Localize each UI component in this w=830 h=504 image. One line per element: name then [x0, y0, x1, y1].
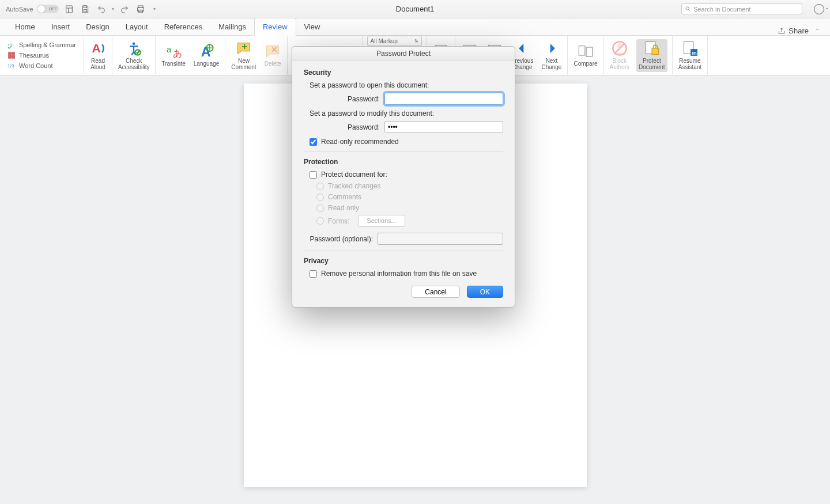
search-input[interactable]: Search in Document	[681, 3, 802, 14]
save-icon[interactable]	[80, 3, 91, 15]
share-icon	[778, 27, 786, 35]
svg-text:A: A	[92, 41, 101, 55]
svg-rect-3	[84, 6, 86, 7]
remove-personal-checkbox[interactable]	[310, 270, 317, 278]
titlebar: AutoSave ▾ ▾ Document1 Search in Documen…	[0, 0, 830, 18]
undo-icon[interactable]	[96, 3, 107, 15]
protect-document-button[interactable]: Protect Document	[636, 39, 667, 72]
dialog-title: Password Protect	[292, 47, 515, 60]
forms-radio	[316, 217, 324, 225]
share-label: Share	[788, 26, 809, 35]
cancel-button[interactable]: Cancel	[412, 286, 459, 298]
protect-for-checkbox[interactable]	[310, 171, 317, 179]
comment-x-icon: ✕	[265, 43, 281, 59]
language-button[interactable]: ALanguage	[193, 43, 221, 67]
autosave-toggle[interactable]	[37, 5, 59, 13]
tab-references[interactable]: References	[156, 18, 210, 35]
privacy-heading: Privacy	[304, 257, 503, 265]
password-label-2: Password:	[304, 123, 380, 131]
comment-plus-icon: +	[236, 40, 252, 56]
compare-icon	[578, 43, 594, 59]
readonly-label: Read-only recommended	[321, 138, 399, 146]
new-comment-button[interactable]: +New Comment	[230, 40, 257, 71]
thesaurus-button[interactable]: Thesaurus	[6, 51, 78, 60]
svg-rect-32	[652, 48, 659, 55]
svg-rect-4	[84, 9, 86, 12]
next-icon	[544, 40, 560, 56]
tracked-radio-row: Tracked changes	[316, 182, 503, 190]
tracked-radio	[316, 183, 324, 190]
svg-text:123: 123	[7, 64, 14, 68]
share-button[interactable]: Share ⌃	[778, 26, 820, 35]
svg-rect-27	[586, 47, 592, 56]
svg-text:in: in	[692, 50, 697, 55]
forms-radio-row: Forms:Sections...	[316, 215, 503, 227]
divider	[304, 251, 503, 251]
chevron-up-icon[interactable]: ⌃	[815, 28, 820, 34]
svg-text:+: +	[242, 41, 247, 51]
password-protect-dialog: Password Protect Security Set a password…	[292, 46, 515, 308]
translate-button[interactable]: aあTranslate	[160, 43, 186, 67]
next-change-button[interactable]: Next Change	[540, 40, 563, 71]
autosave-group: AutoSave	[6, 5, 59, 13]
tab-mailings[interactable]: Mailings	[210, 18, 254, 35]
svg-text:あ: あ	[173, 48, 182, 59]
divider	[304, 151, 503, 152]
svg-text:a: a	[167, 46, 171, 55]
tab-review[interactable]: Review	[254, 18, 296, 36]
template-icon[interactable]	[63, 3, 75, 15]
svg-line-9	[689, 10, 691, 12]
wordcount-button[interactable]: 123Word Count	[6, 61, 78, 70]
block-icon	[612, 40, 628, 56]
ok-button[interactable]: OK	[467, 286, 503, 298]
svg-rect-0	[66, 6, 72, 13]
tab-design[interactable]: Design	[78, 18, 117, 35]
undo-dropdown-icon[interactable]: ▾	[112, 6, 114, 12]
tab-home[interactable]: Home	[7, 18, 43, 35]
resume-assistant-button[interactable]: inResume Assistant	[677, 40, 703, 71]
accessibility-icon	[126, 40, 142, 56]
spelling-button[interactable]: abcSpelling & Grammar	[6, 40, 78, 50]
tab-insert[interactable]: Insert	[43, 18, 78, 35]
compare-button[interactable]: Compare	[572, 43, 598, 67]
lock-icon	[644, 40, 660, 56]
prev-icon	[514, 40, 530, 56]
security-heading: Security	[304, 69, 503, 77]
linkedin-icon: in	[682, 40, 698, 56]
optional-password-label: Password (optional):	[304, 235, 373, 243]
svg-point-13	[133, 42, 135, 45]
search-placeholder: Search in Document	[693, 6, 751, 13]
translate-icon: aあ	[165, 43, 182, 59]
svg-point-8	[686, 7, 689, 10]
feedback-icon[interactable]	[814, 4, 824, 14]
redo-icon[interactable]	[119, 3, 130, 15]
readonly-checkbox[interactable]	[310, 138, 317, 146]
protect-for-label: Protect document for:	[321, 170, 387, 179]
readonly-radio-row: Read only	[316, 204, 503, 212]
book-icon	[7, 51, 16, 60]
modify-password-label: Set a password to modify this document:	[310, 109, 503, 118]
search-icon	[685, 6, 691, 12]
ribbon-tabs: Home Insert Design Layout References Mai…	[0, 18, 830, 36]
protect-for-checkbox-row[interactable]: Protect document for:	[310, 170, 503, 179]
readonly-checkbox-row[interactable]: Read-only recommended	[310, 138, 503, 146]
qat-customize-icon[interactable]: ▾	[153, 6, 156, 12]
optional-password-input	[378, 233, 503, 245]
print-icon[interactable]	[135, 3, 146, 15]
read-aloud-button[interactable]: ARead Aloud	[89, 40, 107, 71]
tab-layout[interactable]: Layout	[118, 18, 156, 35]
delete-button: ✕Delete	[263, 43, 282, 67]
sections-button: Sections...	[358, 215, 405, 227]
tab-view[interactable]: View	[296, 18, 329, 35]
open-password-input[interactable]	[384, 93, 503, 105]
count-icon: 123	[7, 61, 16, 70]
svg-rect-26	[579, 46, 585, 55]
markup-select[interactable]: All Markup⇅	[367, 36, 422, 46]
check-accessibility-button[interactable]: Check Accessibility	[117, 40, 150, 71]
protection-heading: Protection	[304, 158, 503, 166]
remove-personal-checkbox-row[interactable]: Remove personal information from this fi…	[310, 270, 503, 278]
comments-radio-row: Comments	[316, 193, 503, 201]
password-label-1: Password:	[304, 95, 380, 103]
document-title: Document1	[396, 5, 434, 13]
modify-password-input[interactable]	[384, 121, 503, 133]
